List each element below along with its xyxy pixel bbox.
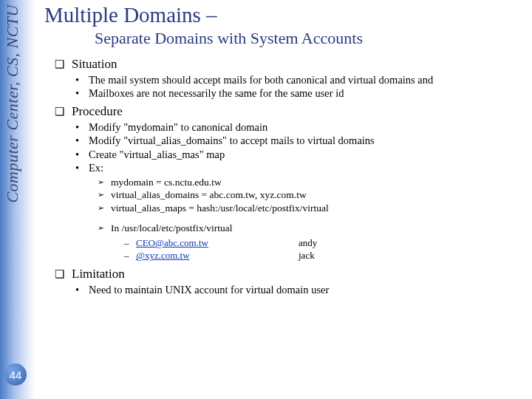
procedure-sub-item: virtual_alias_domains = abc.com.tw, xyz.… (111, 188, 526, 202)
slide-subtitle: Separate Domains with System Accounts (95, 29, 526, 48)
section-procedure: Procedure Modify "mydomain" to canonical… (55, 104, 526, 262)
heading-limitation: Limitation (55, 267, 526, 282)
procedure-item: Modify "virtual_alias_domains" to accept… (89, 134, 526, 147)
procedure-sub-item: mydomain = cs.nctu.edu.tw (111, 176, 526, 189)
heading-procedure: Procedure (55, 104, 526, 119)
mapping-user: jack (299, 249, 315, 262)
mapping-address: @xyz.com.tw (136, 250, 190, 261)
section-limitation: Limitation Need to maintain UNIX account… (55, 267, 526, 296)
mapping-row: @xyz.com.tw jack (136, 249, 526, 262)
slide-title: Multiple Domains – (44, 3, 526, 27)
procedure-file-path: In /usr/local/etc/postfix/virtual (111, 222, 526, 235)
limitation-item: Need to maintain UNIX account for virtua… (89, 283, 526, 296)
situation-item: The mail system should accept mails for … (89, 73, 526, 86)
procedure-item: Modify "mydomain" to canonical domain (89, 120, 526, 134)
heading-situation: Situation (55, 57, 526, 72)
procedure-sub-item: virtual_alias_maps = hash:/usr/local/etc… (111, 202, 526, 215)
section-situation: Situation The mail system should accept … (55, 57, 526, 100)
mapping-address: CEO@abc.com.tw (136, 237, 208, 248)
procedure-item: Ex: (89, 161, 526, 174)
page-number-badge: 44 (4, 364, 27, 386)
situation-item: Mailboxes are not necessarily the same f… (89, 86, 526, 100)
mapping-row: CEO@abc.com.tw andy (136, 236, 526, 250)
sidebar-label: Computer Center, CS, NCTU (3, 4, 22, 203)
slide-content: Multiple Domains – Separate Domains with… (44, 3, 526, 301)
mapping-user: andy (299, 236, 317, 250)
procedure-item: Create "virtual_alias_mas" map (89, 148, 526, 161)
sidebar: Computer Center, CS, NCTU 44 (0, 0, 35, 399)
